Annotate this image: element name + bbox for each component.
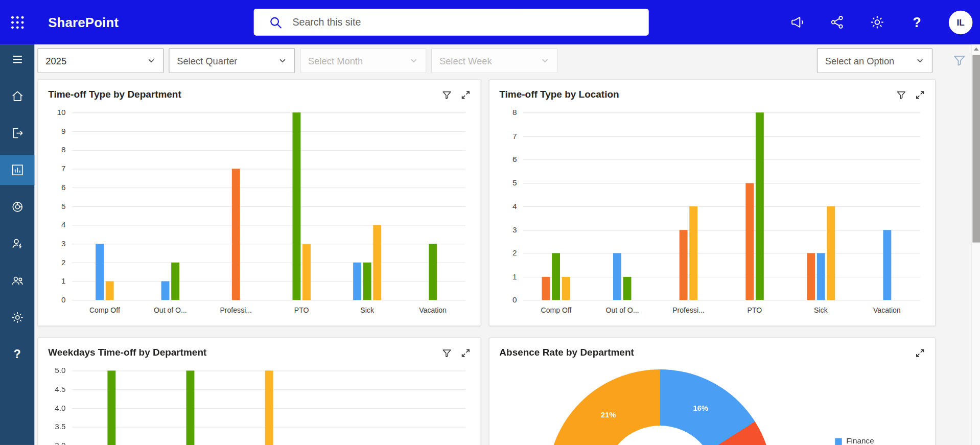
vertical-scrollbar[interactable] bbox=[971, 44, 980, 445]
bar-chart: 012345678 bbox=[499, 112, 925, 300]
funnel-icon bbox=[442, 348, 452, 358]
bar[interactable] bbox=[107, 370, 115, 445]
help-icon: ? bbox=[913, 14, 921, 31]
y-tick-label: 3.5 bbox=[55, 423, 65, 431]
home-icon bbox=[10, 89, 24, 103]
bar[interactable] bbox=[429, 244, 437, 300]
y-tick-label: 7 bbox=[512, 131, 517, 140]
bar[interactable] bbox=[302, 244, 311, 300]
bar[interactable] bbox=[96, 244, 104, 300]
bar[interactable] bbox=[265, 370, 273, 445]
category-group bbox=[308, 370, 387, 445]
bar[interactable] bbox=[363, 263, 371, 300]
y-tick-label: 3 bbox=[512, 225, 517, 234]
sharepoint-logo[interactable]: SharePoint bbox=[48, 0, 119, 44]
slice-percent-label: 21% bbox=[601, 411, 616, 419]
scroll-up-button[interactable] bbox=[972, 44, 980, 54]
filter-bar: 2025 Select Quarter Select Month Select … bbox=[37, 48, 971, 73]
org-settings-button[interactable] bbox=[829, 14, 845, 31]
app-launcher-button[interactable] bbox=[0, 0, 34, 44]
chart-expand-icon[interactable] bbox=[461, 348, 471, 358]
category-group bbox=[72, 370, 151, 445]
sidebar-item-dashboard[interactable] bbox=[0, 155, 34, 185]
expand-icon bbox=[915, 90, 925, 100]
slice-percent-label: 16% bbox=[693, 404, 708, 412]
chart-expand-icon[interactable] bbox=[915, 90, 925, 100]
bar[interactable] bbox=[827, 206, 835, 300]
plot-area bbox=[72, 112, 466, 300]
plot-series bbox=[72, 370, 466, 445]
category-group bbox=[721, 112, 787, 300]
bar[interactable] bbox=[186, 370, 194, 445]
legend-item[interactable]: Finance bbox=[835, 437, 874, 445]
card-timeoff-type-by-location: Time-off Type by Location 012345678Comp … bbox=[489, 79, 936, 326]
category-group bbox=[151, 370, 229, 445]
bar[interactable] bbox=[373, 225, 381, 300]
chart-expand-icon[interactable] bbox=[915, 348, 925, 358]
option-dropdown[interactable]: Select an Option bbox=[817, 48, 932, 73]
announcements-button[interactable] bbox=[789, 14, 805, 31]
settings-button[interactable] bbox=[869, 14, 885, 31]
account-avatar[interactable]: IL bbox=[949, 10, 972, 34]
sidebar-item-home[interactable] bbox=[0, 81, 34, 111]
y-tick-label: 1 bbox=[512, 272, 517, 281]
y-tick-label: 5 bbox=[61, 202, 66, 210]
plot-series bbox=[72, 112, 466, 300]
chevron-down-icon bbox=[278, 56, 287, 65]
x-tick-label: Out of O... bbox=[589, 306, 655, 314]
sidebar-item-people[interactable] bbox=[0, 266, 34, 296]
sidebar-item-user-admin[interactable] bbox=[0, 229, 34, 259]
bar[interactable] bbox=[745, 183, 754, 300]
bar[interactable] bbox=[689, 206, 697, 300]
chart-filter-icon[interactable] bbox=[442, 90, 452, 100]
sharepoint-dashboard-page: SharePoint bbox=[0, 0, 980, 445]
help-button[interactable]: ? bbox=[909, 14, 925, 31]
bar[interactable] bbox=[106, 281, 114, 300]
chart-expand-icon[interactable] bbox=[461, 90, 471, 100]
sidebar-item-exit[interactable] bbox=[0, 118, 34, 148]
quarter-dropdown[interactable]: Select Quarter bbox=[169, 48, 295, 73]
year-dropdown[interactable]: 2025 bbox=[37, 48, 164, 73]
x-tick-label: Sick bbox=[788, 306, 854, 314]
bar[interactable] bbox=[756, 112, 764, 300]
bar[interactable] bbox=[292, 112, 300, 300]
bar-chart: 012345678910 bbox=[48, 112, 471, 300]
bar[interactable] bbox=[623, 276, 632, 300]
bar-chart-container: 012345678910Comp OffOut of O...Professi.… bbox=[48, 112, 471, 314]
bar[interactable] bbox=[816, 253, 825, 300]
page-filter-button[interactable] bbox=[952, 54, 966, 67]
bar[interactable] bbox=[562, 276, 570, 300]
nav-toggle-button[interactable] bbox=[0, 44, 34, 75]
month-dropdown-value: Select Month bbox=[308, 55, 363, 66]
bar[interactable] bbox=[883, 230, 891, 300]
bar-chart-container: 012345678Comp OffOut of O...Professi...P… bbox=[499, 112, 925, 314]
bar[interactable] bbox=[613, 253, 621, 300]
bar[interactable] bbox=[542, 276, 550, 300]
x-tick-label: PTO bbox=[269, 306, 334, 314]
chart-filter-icon[interactable] bbox=[896, 90, 906, 100]
bar[interactable] bbox=[807, 253, 815, 300]
scrollbar-thumb[interactable] bbox=[972, 55, 980, 243]
donut-ring[interactable] bbox=[548, 369, 773, 445]
funnel-icon bbox=[896, 90, 906, 100]
chart-filter-icon[interactable] bbox=[442, 348, 452, 358]
search-input[interactable] bbox=[292, 16, 648, 28]
y-axis: 012345678 bbox=[499, 112, 523, 300]
site-search-box[interactable] bbox=[254, 9, 649, 36]
bar[interactable] bbox=[680, 230, 688, 300]
avatar-initials: IL bbox=[956, 17, 964, 28]
bar[interactable] bbox=[161, 281, 170, 300]
y-tick-label: 0 bbox=[61, 296, 66, 305]
bar[interactable] bbox=[232, 169, 240, 300]
y-tick-label: 3 bbox=[61, 239, 66, 248]
bar[interactable] bbox=[171, 263, 179, 300]
bar[interactable] bbox=[552, 253, 561, 300]
bar[interactable] bbox=[353, 263, 361, 300]
donut-chart: 16%21% bbox=[548, 369, 773, 445]
y-tick-label: 6 bbox=[61, 183, 66, 192]
category-group bbox=[72, 112, 137, 300]
sidebar-item-help[interactable]: ? bbox=[0, 339, 34, 369]
x-tick-label: Out of O... bbox=[137, 306, 203, 314]
sidebar-item-reports[interactable] bbox=[0, 192, 34, 222]
sidebar-item-settings[interactable] bbox=[0, 302, 34, 333]
